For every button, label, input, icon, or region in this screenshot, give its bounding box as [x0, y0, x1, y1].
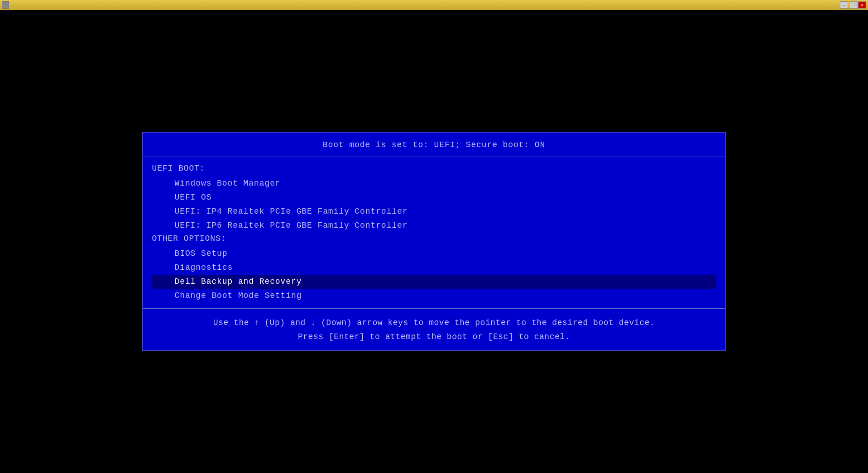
bios-header: Boot mode is set to: UEFI; Secure boot: … [143, 133, 725, 157]
footer-line1: Use the ↑ (Up) and ↓ (Down) arrow keys t… [152, 316, 716, 330]
bios-body: UEFI BOOT: Windows Boot Manager UEFI OS … [143, 157, 725, 309]
list-item[interactable]: Diagnostics [152, 261, 716, 275]
list-item[interactable]: UEFI OS [152, 191, 716, 205]
restore-button[interactable]: □ [849, 1, 857, 9]
window-controls: — □ ✕ [840, 1, 866, 9]
list-item-selected[interactable]: Dell Backup and Recovery [152, 275, 716, 289]
uefi-boot-label: UEFI BOOT: [152, 162, 716, 175]
header-text: Boot mode is set to: UEFI; Secure boot: … [323, 140, 545, 149]
list-item[interactable]: Change Boot Mode Setting [152, 289, 716, 303]
list-item[interactable]: Windows Boot Manager [152, 177, 716, 191]
title-bar: — □ ✕ [0, 0, 868, 10]
bios-footer: Use the ↑ (Up) and ↓ (Down) arrow keys t… [143, 309, 725, 350]
list-item[interactable]: BIOS Setup [152, 247, 716, 261]
window-icon [2, 1, 9, 9]
other-options-label: OTHER OPTIONS: [152, 233, 716, 245]
list-item[interactable]: UEFI: IP4 Realtek PCIe GBE Family Contro… [152, 205, 716, 219]
main-area: Boot mode is set to: UEFI; Secure boot: … [0, 10, 868, 473]
footer-line2: Press [Enter] to attempt the boot or [Es… [152, 330, 716, 344]
close-button[interactable]: ✕ [858, 1, 866, 9]
minimize-button[interactable]: — [840, 1, 848, 9]
list-item[interactable]: UEFI: IP6 Realtek PCIe GBE Family Contro… [152, 219, 716, 233]
bios-panel: Boot mode is set to: UEFI; Secure boot: … [142, 132, 726, 351]
